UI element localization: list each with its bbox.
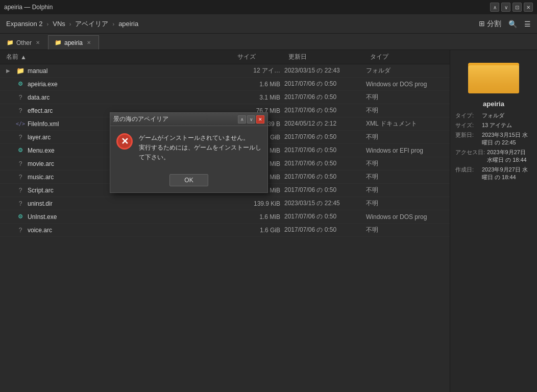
file-date: 2017/07/06 の 0:50 [284, 133, 366, 141]
breadcrumb-vns[interactable]: VNs [51, 19, 67, 29]
file-type: フォルダ [366, 66, 448, 75]
info-modified-label: 更新日: [455, 131, 480, 146]
file-date: 2017/07/06 の 0:50 [284, 159, 366, 168]
tab-other-close[interactable]: ✕ [34, 39, 41, 46]
file-name: manual [28, 67, 47, 75]
breadcrumb-abeiria-jp[interactable]: アベイリア [73, 18, 110, 30]
file-date: 2017/07/06 の 0:50 [284, 80, 366, 88]
dialog-close-button[interactable]: ✕ [256, 115, 264, 124]
folder-toggle[interactable]: ▶ [6, 68, 13, 74]
tab-apeiria-close[interactable]: ✕ [85, 39, 92, 46]
breadcrumb-sep-2: › [69, 21, 71, 27]
table-row[interactable]: ⚙ UnInst.exe 1.6 MiB 2017/07/06 の 0:50 W… [0, 210, 450, 224]
file-name-cell: ▶ 📁 manual [2, 67, 233, 75]
dialog-title: 景の海のアペイリア [113, 115, 168, 124]
dialog-footer: OK [110, 170, 267, 192]
table-row[interactable]: ? uninst.dir 139.9 KiB 2023/03/15 の 22:4… [0, 197, 450, 210]
file-date: 2017/07/06 の 0:50 [284, 146, 366, 155]
file-name: Script.arc [28, 187, 54, 194]
file-icon: ? [19, 174, 22, 181]
col-header-date[interactable]: 更新日 [284, 53, 366, 61]
dialog-body: ✕ ゲームがインストールされていません。 実行するためには、ゲームをインストール… [110, 126, 267, 170]
search-button[interactable]: 🔍 [506, 18, 519, 30]
info-accessed-row: アクセス日: 2023年9月27日 水曜日 の 18:44 [455, 149, 532, 164]
file-type: 不明 [366, 133, 448, 141]
table-row[interactable]: ▶ 📁 manual 12 アイ… 2023/03/15 の 22:43 フォル… [0, 64, 450, 78]
file-size: 1.6 MiB [233, 81, 284, 88]
tab-other-folder-icon: 📁 [7, 39, 14, 46]
file-icon: ? [19, 187, 22, 194]
file-name-cell: ? uninst.dir [2, 200, 233, 208]
breadcrumb-apeiria[interactable]: apeiria [116, 19, 140, 29]
col-header-size[interactable]: サイズ [233, 53, 284, 61]
col-header-name[interactable]: 名前 ▲ [2, 53, 233, 61]
tab-apeiria-label: apeiria [64, 39, 83, 46]
tab-other[interactable]: 📁 Other ✕ [0, 35, 48, 50]
maximize-button[interactable]: ∨ [501, 3, 510, 12]
restore-button[interactable]: ⊡ [512, 3, 522, 12]
file-list[interactable]: 名前 ▲ サイズ 更新日 タイプ ▶ 📁 manual 12 アイ… 2023/… [0, 50, 450, 392]
file-icon-wrapper: ? [16, 107, 25, 115]
col-header-type[interactable]: タイプ [366, 53, 448, 61]
table-row[interactable]: ⚙ apeiria.exe 1.6 MiB 2017/07/06 の 0:50 … [0, 78, 450, 91]
info-modified-value: 2023年3月15日 水曜日 の 22:45 [482, 131, 532, 146]
info-created-row: 作成日: 2023年9月27日 水曜日 の 18:44 [455, 166, 532, 181]
info-table: タイプ: フォルダ サイズ: 13 アイテム 更新日: 2023年3月15日 水… [455, 112, 532, 183]
close-button[interactable]: ✕ [524, 3, 533, 12]
file-date: 2023/03/15 の 22:43 [284, 66, 366, 75]
file-date: 2017/07/06 の 0:50 [284, 186, 366, 194]
minimize-button[interactable]: ∧ [490, 3, 499, 12]
dialog-message-line2: 実行するためには、ゲームをインストールして下さい。 [139, 143, 261, 162]
error-dialog: 景の海のアペイリア ∧ ∨ ✕ ✕ ゲームがインストールされていません。 実行す… [110, 112, 268, 193]
window-title: apeiria — Dolphin [4, 4, 53, 11]
info-accessed-label: アクセス日: [455, 149, 485, 164]
file-icon: ? [19, 94, 22, 101]
titlebar: apeiria — Dolphin ∧ ∨ ⊡ ✕ [0, 0, 537, 14]
file-type: 不明 [366, 173, 448, 181]
file-icon-wrapper: ⚙ [16, 146, 25, 155]
exe-icon: ⚙ [18, 213, 23, 220]
file-type: 不明 [366, 93, 448, 102]
file-name: layer.arc [28, 134, 51, 141]
file-type: Windows or DOS prog [366, 81, 448, 88]
dialog-maximize-button[interactable]: ∨ [247, 115, 255, 124]
file-name: movie.arc [28, 160, 54, 167]
tabs: 📁 Other ✕ 📁 apeiria ✕ [0, 34, 537, 50]
info-type-row: タイプ: フォルダ [455, 112, 532, 119]
dialog-titlebar: 景の海のアペイリア ∧ ∨ ✕ [110, 113, 267, 126]
file-date: 2017/07/06 の 0:50 [284, 93, 366, 102]
xml-icon: </> [16, 121, 25, 127]
file-name: apeiria.exe [28, 81, 58, 88]
dialog-message-line1: ゲームがインストールされていません。 [139, 133, 261, 143]
menu-button[interactable]: ☰ [522, 18, 533, 30]
file-icon-wrapper: ? [16, 173, 25, 181]
file-icon-wrapper: ? [16, 160, 25, 168]
breadcrumb-expansion2[interactable]: Expansion 2 [4, 19, 45, 29]
file-date: 2017/07/06 の 0:50 [284, 226, 366, 234]
info-created-value: 2023年9月27日 水曜日 の 18:44 [482, 166, 532, 181]
table-row[interactable]: ? data.arc 3.1 MiB 2017/07/06 の 0:50 不明 [0, 91, 450, 104]
folder-thumbnail [468, 55, 519, 96]
exe-icon: ⚙ [18, 147, 23, 154]
col-size-label: サイズ [237, 53, 256, 61]
file-size: 1.6 GiB [233, 227, 284, 234]
toolbar-icons: ⊞ 分割 🔍 ☰ [477, 17, 533, 31]
file-icon-wrapper: </> [16, 120, 25, 128]
col-sort-icon: ▲ [20, 54, 27, 61]
table-row[interactable]: ? voice.arc 1.6 GiB 2017/07/06 の 0:50 不明 [0, 224, 450, 237]
dialog-message: ゲームがインストールされていません。 実行するためには、ゲームをインストールして… [139, 133, 261, 163]
file-name: voice.arc [28, 227, 52, 234]
file-icon-wrapper: ⚙ [16, 213, 25, 221]
tab-apeiria[interactable]: 📁 apeiria ✕ [48, 35, 99, 50]
file-date: 2017/07/06 の 0:50 [284, 106, 366, 115]
file-type: 不明 [366, 186, 448, 194]
file-type: XML ドキュメント [366, 119, 448, 128]
dialog-ok-button[interactable]: OK [169, 174, 208, 186]
file-date: 2017/07/06 の 0:50 [284, 173, 366, 181]
file-name: music.arc [28, 174, 54, 181]
file-name-cell: ⚙ UnInst.exe [2, 213, 233, 221]
dialog-minimize-button[interactable]: ∧ [238, 115, 246, 124]
split-button[interactable]: ⊞ 分割 [477, 17, 503, 31]
hamburger-icon: ☰ [524, 20, 531, 28]
file-icon: ? [19, 200, 22, 207]
